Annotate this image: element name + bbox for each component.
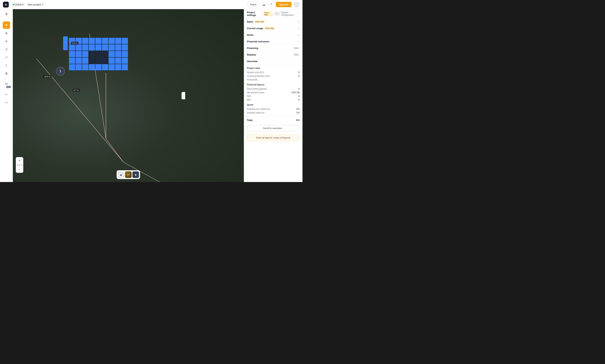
notes-title: Notes (247, 34, 253, 36)
financial-outcomes-header[interactable]: Financial outcomes ∨ (244, 38, 302, 45)
sidebar-toggle[interactable]: ‹ (182, 92, 185, 99)
zoom-level: 111 % (17, 164, 22, 166)
current-usage-header[interactable]: Current usage Enter data ∨ (244, 25, 302, 32)
panel-cell (115, 64, 121, 70)
panel-cell (95, 44, 102, 51)
rebates-section: Rebates Soon (244, 52, 302, 58)
settings-nav-icon[interactable] (275, 12, 280, 16)
overview-section: Overview (244, 58, 302, 65)
total-value: 0 € (296, 119, 300, 121)
panel-cell (115, 44, 121, 51)
select-tool[interactable] (3, 21, 10, 29)
add-tool[interactable] (3, 38, 10, 45)
draw-tool[interactable] (3, 46, 10, 53)
panel-cell (76, 44, 82, 51)
subtotal-row: Subtotal incl. salses tax 0 € (247, 107, 300, 111)
total-label: Total (247, 119, 252, 121)
map-type-selector: ▲ SAT ◼ (117, 170, 140, 179)
financial-outcomes-section: Financial outcomes ∨ (244, 38, 302, 45)
overview-header[interactable]: Overview (244, 58, 302, 65)
panel-cell (69, 44, 75, 51)
subtotal-label: Subtotal incl. salses tax (247, 108, 270, 110)
undo-tool[interactable]: ↩ (3, 91, 10, 98)
irr-value: 0 (298, 99, 300, 101)
project-settings-enter-data[interactable]: Enter data (263, 11, 273, 16)
project-title: New project 1 (27, 3, 43, 6)
panel-cell (122, 38, 128, 44)
panel-cell (115, 58, 121, 64)
panel-cell (108, 38, 115, 44)
system-config-label: System configuration (281, 11, 297, 16)
rebates-soon-tag: Soon (293, 53, 300, 56)
topbar-right: Share ☁ ? Upgrade (247, 2, 300, 8)
notes-section: Notes ∨ (244, 32, 302, 38)
current-usage-enter-data[interactable]: Enter data (264, 27, 275, 30)
layers-tool[interactable] (3, 70, 10, 77)
scroll-overview-button[interactable]: Scroll to overview ↓ (247, 125, 300, 131)
node-circle[interactable]: 1 (56, 67, 65, 76)
panel-cell (89, 44, 95, 51)
nav-map-button[interactable]: ▲ (118, 171, 124, 178)
cloud-icon[interactable]: ☁ (261, 2, 266, 7)
dark-map-button[interactable]: ◼ (132, 171, 139, 178)
panel-cell (108, 44, 115, 51)
map-background (13, 9, 244, 182)
zoom-out-button[interactable]: − (17, 167, 22, 172)
overview-title: Overview (247, 60, 258, 63)
number-tool[interactable]: 1 (3, 62, 10, 69)
topbar: m Active ▾ New project 1 Share ☁ ? Upgra… (0, 0, 302, 9)
financing-header[interactable]: Financing Soon (244, 45, 302, 51)
upgrade-button[interactable]: Upgrade (276, 2, 291, 7)
financial-figures-title: Financial figures (247, 83, 300, 86)
satellite-map-button[interactable]: SAT (125, 171, 132, 178)
move-tool[interactable] (3, 29, 10, 37)
financial-outcomes-chevron: ∨ (298, 40, 300, 43)
panel-cell (69, 64, 75, 70)
share-button[interactable]: Share (247, 2, 259, 7)
active-dot (13, 4, 14, 5)
chart-tool[interactable] (3, 54, 10, 61)
panel-cell (89, 64, 95, 70)
active-badge[interactable]: Active ▾ (11, 2, 25, 7)
roi-row: ROI 0 (247, 94, 300, 98)
rebates-header[interactable]: Rebates Soon (244, 52, 302, 58)
location-tool[interactable]: 📍 (3, 11, 10, 18)
irr-row: IRR 0 (247, 98, 300, 102)
project-stats-title: Project stats (247, 67, 300, 69)
redo-tool[interactable]: ↪ (3, 99, 10, 106)
small-panel (63, 36, 68, 50)
items-section: Items Enter data ∨ (244, 18, 302, 25)
main-layout: 📍 1 AI ↩ ↪ (0, 9, 302, 182)
annual-bill-label: Annual bill (247, 78, 257, 81)
measurement-label-3: 6.7 m (73, 89, 80, 92)
rebates-title: Rebates (247, 53, 256, 56)
subtotal-value: 0 € (296, 108, 300, 110)
panel-cell (115, 51, 121, 57)
measurement-label-1: 5.8 m (71, 42, 79, 45)
panel-cell (108, 64, 115, 70)
items-enter-data[interactable]: Enter data (254, 20, 265, 23)
panel-cell-dark (95, 51, 102, 57)
ai-tool[interactable]: AI (3, 80, 10, 88)
help-icon[interactable]: ? (269, 2, 274, 7)
settings-nav-left[interactable]: ‹ (273, 13, 273, 15)
sales-tax-label: Included sales tax (247, 111, 264, 114)
panel-cell (102, 38, 108, 44)
settings-expand[interactable]: › (299, 13, 300, 15)
panel-cell (89, 38, 95, 44)
avatar[interactable] (294, 2, 300, 8)
net-present-value-value: 4727.50 (292, 91, 300, 94)
panel-cell (102, 64, 108, 70)
items-header[interactable]: Items Enter data ∨ (244, 18, 302, 25)
system-size-label: System size (DC) (247, 71, 264, 74)
items-chevron: ∨ (298, 21, 300, 23)
financing-title: Financing (247, 47, 258, 50)
zoom-in-button[interactable]: + (17, 158, 22, 163)
sales-tax-row: Included sales tax 0 € (247, 111, 300, 115)
panel-cell (82, 58, 88, 64)
panel-cell-dark (89, 58, 95, 64)
system-size-row: System size (DC) 0 (247, 71, 300, 74)
notes-header[interactable]: Notes ∨ (244, 32, 302, 38)
discounted-payback-label: Discounted payback (247, 88, 267, 90)
map-area[interactable]: 5.8 m 18.6 m 6.7 m 1 ‹ + 111 % − ▲ SAT ◼ (13, 9, 244, 182)
